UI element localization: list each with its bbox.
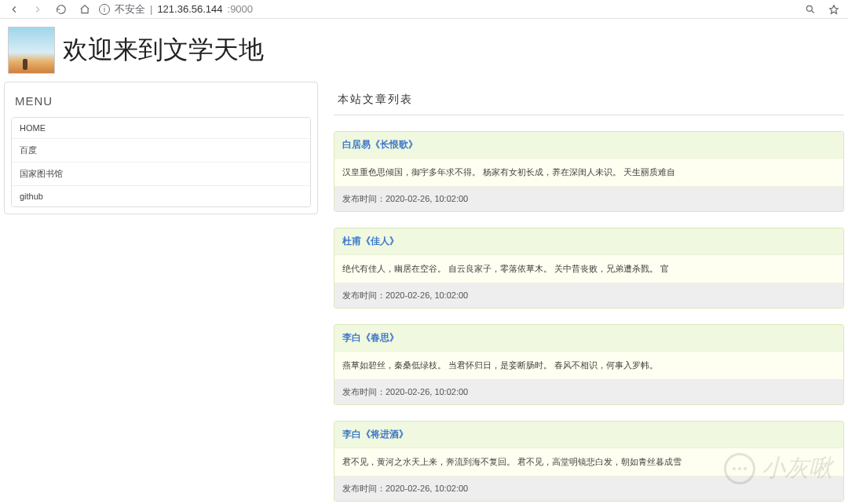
- info-icon[interactable]: i: [99, 4, 110, 15]
- url-port: :9000: [228, 3, 254, 15]
- site-title: 欢迎来到文学天地: [63, 33, 264, 68]
- site-logo: [8, 27, 55, 74]
- menu-item-home[interactable]: HOME: [12, 118, 310, 139]
- home-icon[interactable]: [79, 3, 91, 16]
- article-excerpt: 汉皇重色思倾国，御宇多年求不得。 杨家有女初长成，养在深闺人未识。 天生丽质难自: [334, 158, 843, 187]
- article-excerpt: 君不见，黄河之水天上来，奔流到海不复回。 君不见，高堂明镜悲白发，朝如青丝暮成雪: [334, 447, 843, 477]
- menu-item-github[interactable]: github: [12, 186, 310, 206]
- article-excerpt: 绝代有佳人，幽居在空谷。 自云良家子，零落依草木。 关中昔丧败，兄弟遭杀戮。 官: [334, 254, 843, 283]
- main-content: 本站文章列表 白居易《长恨歌》 汉皇重色思倾国，御宇多年求不得。 杨家有女初长成…: [334, 82, 844, 504]
- site-header: 欢迎来到文学天地: [0, 19, 848, 82]
- article-card: 白居易《长恨歌》 汉皇重色思倾国，御宇多年求不得。 杨家有女初长成，养在深闺人未…: [334, 131, 844, 212]
- article-meta: 发布时间：2020-02-26, 10:02:00: [334, 187, 843, 211]
- article-title-link[interactable]: 李白《将进酒》: [334, 422, 843, 447]
- menu-list: HOME 百度 国家图书馆 github: [11, 117, 311, 207]
- article-title-link[interactable]: 白居易《长恨歌》: [334, 132, 843, 158]
- article-meta: 发布时间：2020-02-26, 10:02:00: [334, 283, 843, 308]
- address-bar[interactable]: i 不安全 | 121.36.56.144:9000: [99, 2, 253, 16]
- url-host: 121.36.56.144: [157, 3, 222, 15]
- menu-item-nlc[interactable]: 国家图书馆: [12, 163, 310, 186]
- article-excerpt: 燕草如碧丝，秦桑低绿枝。 当君怀归日，是妾断肠时。 春风不相识，何事入罗帏。: [334, 351, 843, 380]
- back-icon[interactable]: [8, 3, 20, 16]
- menu-item-baidu[interactable]: 百度: [12, 139, 310, 163]
- article-list-heading: 本站文章列表: [334, 82, 844, 115]
- browser-toolbar: i 不安全 | 121.36.56.144:9000: [0, 0, 848, 19]
- article-title-link[interactable]: 李白《春思》: [334, 325, 843, 351]
- article-title-link[interactable]: 杜甫《佳人》: [334, 228, 843, 254]
- svg-point-0: [806, 5, 812, 11]
- article-card: 李白《将进酒》 君不见，黄河之水天上来，奔流到海不复回。 君不见，高堂明镜悲白发…: [334, 421, 844, 502]
- reload-icon[interactable]: [55, 3, 68, 16]
- svg-marker-2: [830, 5, 839, 13]
- article-card: 杜甫《佳人》 绝代有佳人，幽居在空谷。 自云良家子，零落依草木。 关中昔丧败，兄…: [334, 228, 844, 309]
- insecure-label: 不安全: [115, 2, 145, 16]
- sidebar: MENU HOME 百度 国家图书馆 github: [4, 82, 318, 214]
- article-card: 李白《春思》 燕草如碧丝，秦桑低绿枝。 当君怀归日，是妾断肠时。 春风不相识，何…: [334, 324, 844, 405]
- menu-heading: MENU: [15, 94, 311, 108]
- zoom-icon[interactable]: [804, 3, 817, 16]
- svg-line-1: [812, 10, 814, 13]
- star-icon[interactable]: [828, 3, 840, 16]
- article-meta: 发布时间：2020-02-26, 10:02:00: [334, 380, 843, 404]
- article-meta: 发布时间：2020-02-26, 10:02:00: [334, 477, 843, 501]
- forward-icon[interactable]: [31, 3, 44, 16]
